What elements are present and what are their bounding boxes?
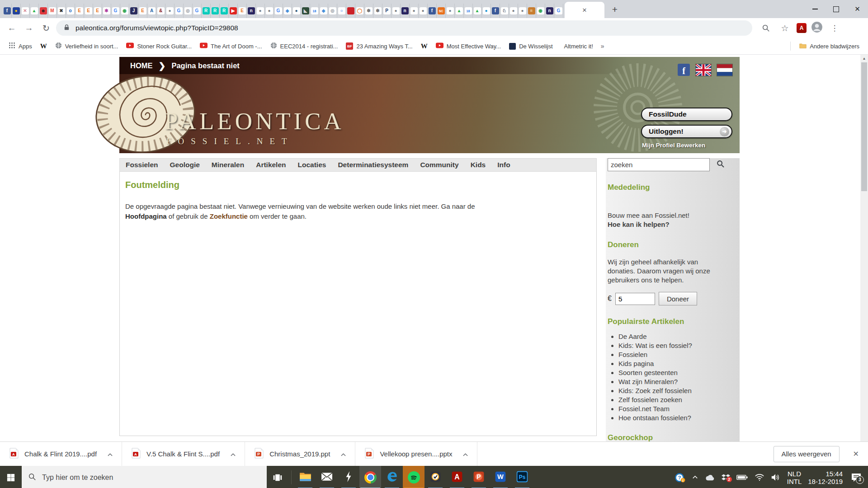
back-icon[interactable]: ← [5,21,19,35]
close-tab-icon[interactable]: ✕ [582,7,587,14]
homepage-link[interactable]: Hoofdpagina [125,212,167,220]
browser-tab[interactable]: ● [265,4,274,18]
active-tab[interactable]: ✕ [565,2,604,18]
donate-amount-input[interactable] [615,293,655,305]
bookmark-item[interactable]: EEC2014 - registrati... [266,40,342,52]
popular-article-link[interactable]: Fossiel.net Team [618,405,740,413]
chevron-up-icon[interactable] [341,450,346,458]
task-view-button[interactable] [267,466,288,488]
breadcrumb-home-link[interactable]: HOME [130,61,153,70]
taskbar-app-edge[interactable] [381,466,403,488]
scrollbar-thumb[interactable] [861,62,867,191]
other-bookmarks-folder[interactable]: Andere bladwijzers [795,40,863,52]
browser-tab[interactable]: ✽ [364,4,373,18]
uk-flag-icon[interactable] [696,64,711,76]
browser-tab[interactable]: E [138,4,147,18]
nav-item-artikelen[interactable]: Artikelen [256,161,286,169]
browser-tab[interactable]: 18 [464,4,473,18]
menu-dots-icon[interactable]: ⋮ [827,21,842,35]
taskbar-app-norton[interactable] [425,466,446,488]
taskbar-search[interactable]: Typ hier om te zoeken [22,466,267,488]
browser-tab[interactable]: ✽ [373,4,382,18]
browser-tab[interactable]: ● [518,4,527,18]
bookmark-item[interactable]: Altmetric it! [557,40,597,52]
popular-article-link[interactable]: De Aarde [618,333,740,340]
browser-tab[interactable]: ● [482,4,491,18]
browser-tab[interactable]: ▲ [30,4,39,18]
browser-tab[interactable]: ● [446,4,455,18]
reload-icon[interactable]: ↻ [39,21,53,35]
dropbox-icon[interactable]: 2 [722,474,730,481]
help-icon[interactable]: ?i [675,472,685,483]
browser-tab[interactable]: ◎ [328,4,337,18]
browser-tab[interactable]: ● [292,4,301,18]
onedrive-icon[interactable] [705,474,715,481]
popular-article-link[interactable]: Soorten gesteenten [618,369,740,376]
chevron-up-icon[interactable] [231,450,236,458]
browser-tab[interactable]: f [491,4,500,18]
browser-tab[interactable]: E [75,4,84,18]
zoom-icon[interactable] [759,21,773,35]
logout-button[interactable]: Uitloggen! ➜ [641,125,732,138]
chevron-up-icon[interactable] [108,450,113,458]
adobe-extension-icon[interactable]: A [797,23,807,33]
page-scrollbar[interactable]: ▲ [860,55,868,441]
browser-tab[interactable]: ● [410,4,419,18]
browser-tab[interactable]: n [545,4,554,18]
browser-tab[interactable]: ♘ [500,4,509,18]
popular-article-link[interactable]: Fossielen [618,351,740,358]
bookmark-item[interactable]: Verliefheid in soort... [51,40,123,52]
browser-tab[interactable]: A [147,4,156,18]
browser-tab[interactable]: G [274,4,283,18]
nav-item-determinatiesysteem[interactable]: Determinatiesysteem [338,161,408,169]
taskbar-app-chrome[interactable] [359,466,381,488]
download-item[interactable]: PVellekoop presen....pptx [355,442,477,466]
username-button[interactable]: FossilDude [641,108,732,121]
help-link[interactable]: Hoe kan ik helpen? [608,220,740,229]
search-input[interactable] [608,158,710,171]
forward-icon[interactable]: → [22,21,36,35]
bookmarks-overflow-chevron[interactable]: » [597,42,608,50]
browser-tab[interactable]: ● [256,4,265,18]
taskbar-app-acrobat[interactable]: A [446,466,468,488]
nav-item-fossielen[interactable]: Fossielen [126,161,158,169]
nav-item-community[interactable]: Community [420,161,458,169]
browser-tab[interactable]: E [84,4,93,18]
site-logo[interactable]: PALEONTICA FOSSIEL.NET [165,109,344,146]
browser-tab[interactable]: & [156,4,165,18]
popular-article-link[interactable]: Hoe ontstaan fossielen? [618,414,740,422]
browser-tab[interactable]: G [554,4,563,18]
browser-tab[interactable]: R [202,4,211,18]
browser-tab[interactable]: f [3,4,12,18]
browser-tab[interactable]: ● [509,4,518,18]
browser-tab[interactable]: ● [419,4,428,18]
browser-tab[interactable]: ● [12,4,21,18]
download-item[interactable]: PChristmas_2019.ppt [245,442,355,466]
browser-tab[interactable]: ▶ [229,4,238,18]
browser-tab[interactable]: ◎ [184,4,193,18]
scrollbar-up-arrow[interactable]: ▲ [860,55,868,62]
browser-tab[interactable]: J [129,4,138,18]
browser-tab[interactable]: ✱ [102,4,111,18]
browser-tab[interactable]: ◉ [120,4,129,18]
address-bar[interactable]: paleontica.org/forums/viewtopic.php?Topi… [56,20,752,36]
popular-article-link[interactable]: Zelf fossielen zoeken [618,396,740,404]
browser-tab[interactable]: G [175,4,184,18]
nl-flag-icon[interactable] [717,64,732,76]
chevron-up-icon[interactable] [463,450,468,458]
facebook-icon[interactable]: f [678,64,690,76]
show-all-downloads-button[interactable]: Alles weergeven [774,446,840,462]
popular-article-link[interactable]: Kids pagina [618,360,740,367]
browser-tab[interactable]: ▲ [473,4,482,18]
browser-tab[interactable]: ◯ [355,4,364,18]
popular-article-link[interactable]: Wat zijn Mineralen? [618,378,740,385]
clock[interactable]: 15:44 18-12-2019 [808,470,843,485]
browser-tab[interactable]: M [48,4,57,18]
browser-tab[interactable]: o [66,4,75,18]
edit-profile-link[interactable]: Mijn Profiel Bewerken [642,142,732,149]
maximize-button[interactable] [826,0,847,18]
close-window-button[interactable]: ✕ [847,0,868,18]
bookmark-item[interactable]: The Art of Doom -... [196,40,266,52]
nav-item-locaties[interactable]: Locaties [298,161,326,169]
nav-item-mineralen[interactable]: Mineralen [212,161,244,169]
